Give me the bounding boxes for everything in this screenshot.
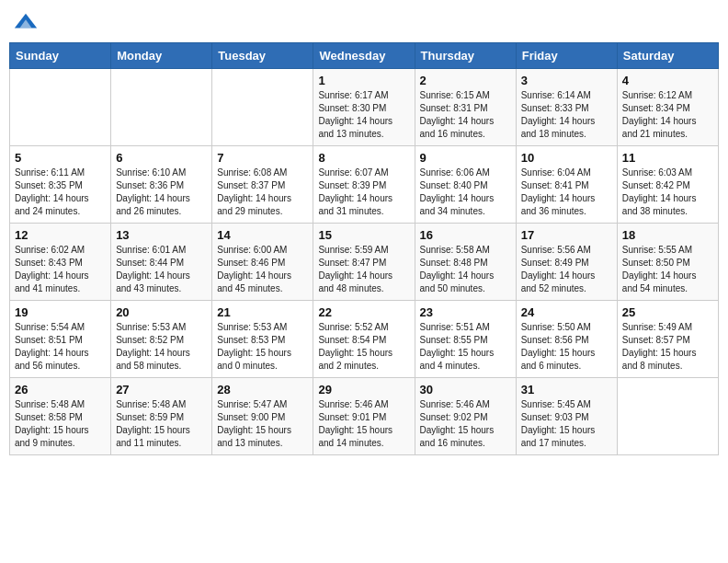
sunset-text: Sunset: 8:42 PM bbox=[622, 179, 713, 192]
calendar-week-row: 1Sunrise: 6:17 AMSunset: 8:30 PMDaylight… bbox=[10, 69, 719, 146]
daylight-text: Daylight: 15 hours and 16 minutes. bbox=[420, 424, 511, 450]
daylight-text: Daylight: 14 hours and 36 minutes. bbox=[521, 192, 612, 218]
day-number: 11 bbox=[622, 151, 713, 165]
sunrise-text: Sunrise: 5:56 AM bbox=[521, 244, 612, 257]
calendar-day-cell: 15Sunrise: 5:59 AMSunset: 8:47 PMDayligh… bbox=[313, 224, 415, 301]
daylight-text: Daylight: 14 hours and 24 minutes. bbox=[15, 192, 106, 218]
sunrise-text: Sunrise: 5:45 AM bbox=[521, 398, 612, 411]
sunset-text: Sunset: 8:34 PM bbox=[622, 102, 713, 115]
calendar-body: 1Sunrise: 6:17 AMSunset: 8:30 PMDaylight… bbox=[10, 69, 719, 455]
sunrise-text: Sunrise: 6:00 AM bbox=[217, 244, 308, 257]
day-number: 7 bbox=[217, 151, 308, 165]
sunset-text: Sunset: 9:02 PM bbox=[420, 411, 511, 424]
daylight-text: Daylight: 14 hours and 16 minutes. bbox=[420, 115, 511, 141]
day-number: 16 bbox=[420, 228, 511, 242]
day-number: 2 bbox=[420, 74, 511, 87]
sunset-text: Sunset: 8:44 PM bbox=[116, 257, 207, 270]
calendar-day-cell: 4Sunrise: 6:12 AMSunset: 8:34 PMDaylight… bbox=[617, 69, 718, 146]
daylight-text: Daylight: 14 hours and 50 minutes. bbox=[420, 270, 511, 295]
day-number: 14 bbox=[217, 228, 308, 242]
sunset-text: Sunset: 8:33 PM bbox=[521, 102, 612, 115]
day-number: 29 bbox=[318, 383, 409, 396]
sunrise-text: Sunrise: 6:06 AM bbox=[420, 167, 511, 179]
day-number: 18 bbox=[622, 228, 713, 242]
calendar-day-cell: 12Sunrise: 6:02 AMSunset: 8:43 PMDayligh… bbox=[10, 224, 111, 301]
day-info: Sunrise: 6:14 AMSunset: 8:33 PMDaylight:… bbox=[521, 89, 612, 141]
calendar-day-cell: 25Sunrise: 5:49 AMSunset: 8:57 PMDayligh… bbox=[617, 301, 718, 378]
calendar-day-cell: 29Sunrise: 5:46 AMSunset: 9:01 PMDayligh… bbox=[313, 378, 415, 455]
sunrise-text: Sunrise: 5:53 AM bbox=[116, 321, 207, 334]
calendar-day-cell: 18Sunrise: 5:55 AMSunset: 8:50 PMDayligh… bbox=[617, 224, 718, 301]
sunrise-text: Sunrise: 6:02 AM bbox=[15, 244, 106, 257]
sunrise-text: Sunrise: 6:04 AM bbox=[521, 167, 612, 179]
sunrise-text: Sunrise: 5:46 AM bbox=[318, 398, 409, 411]
day-info: Sunrise: 5:54 AMSunset: 8:51 PMDaylight:… bbox=[15, 321, 106, 373]
day-info: Sunrise: 5:47 AMSunset: 9:00 PMDaylight:… bbox=[217, 398, 308, 450]
daylight-text: Daylight: 14 hours and 31 minutes. bbox=[318, 192, 409, 218]
daylight-text: Daylight: 14 hours and 52 minutes. bbox=[521, 270, 612, 295]
day-info: Sunrise: 5:45 AMSunset: 9:03 PMDaylight:… bbox=[521, 398, 612, 450]
sunset-text: Sunset: 8:50 PM bbox=[622, 257, 713, 270]
sunset-text: Sunset: 8:51 PM bbox=[15, 334, 106, 347]
daylight-text: Daylight: 15 hours and 13 minutes. bbox=[217, 424, 308, 450]
calendar-day-cell: 14Sunrise: 6:00 AMSunset: 8:46 PMDayligh… bbox=[212, 224, 313, 301]
day-number: 19 bbox=[15, 305, 106, 319]
day-info: Sunrise: 6:17 AMSunset: 8:30 PMDaylight:… bbox=[318, 89, 409, 141]
calendar-day-cell: 9Sunrise: 6:06 AMSunset: 8:40 PMDaylight… bbox=[415, 146, 516, 224]
calendar-day-cell: 7Sunrise: 6:08 AMSunset: 8:37 PMDaylight… bbox=[212, 146, 313, 224]
calendar-day-cell: 2Sunrise: 6:15 AMSunset: 8:31 PMDaylight… bbox=[415, 69, 516, 146]
daylight-text: Daylight: 15 hours and 17 minutes. bbox=[521, 424, 612, 450]
sunrise-text: Sunrise: 5:53 AM bbox=[217, 321, 308, 334]
day-number: 20 bbox=[116, 305, 207, 319]
daylight-text: Daylight: 14 hours and 54 minutes. bbox=[622, 270, 713, 295]
day-number: 26 bbox=[15, 383, 106, 396]
sunset-text: Sunset: 8:39 PM bbox=[318, 179, 409, 192]
daylight-text: Daylight: 14 hours and 45 minutes. bbox=[217, 270, 308, 295]
sunset-text: Sunset: 8:59 PM bbox=[116, 411, 207, 424]
day-info: Sunrise: 5:49 AMSunset: 8:57 PMDaylight:… bbox=[622, 321, 713, 373]
day-info: Sunrise: 6:00 AMSunset: 8:46 PMDaylight:… bbox=[217, 244, 308, 295]
calendar-day-cell: 8Sunrise: 6:07 AMSunset: 8:39 PMDaylight… bbox=[313, 146, 415, 224]
sunrise-text: Sunrise: 6:12 AM bbox=[622, 89, 713, 102]
logo-icon bbox=[13, 9, 39, 35]
day-number: 21 bbox=[217, 305, 308, 319]
day-number: 13 bbox=[116, 228, 207, 242]
day-number: 9 bbox=[420, 151, 511, 165]
sunset-text: Sunset: 8:47 PM bbox=[318, 257, 409, 270]
day-info: Sunrise: 5:56 AMSunset: 8:49 PMDaylight:… bbox=[521, 244, 612, 295]
sunset-text: Sunset: 8:55 PM bbox=[420, 334, 511, 347]
daylight-text: Daylight: 15 hours and 11 minutes. bbox=[116, 424, 207, 450]
sunset-text: Sunset: 8:31 PM bbox=[420, 102, 511, 115]
sunrise-text: Sunrise: 5:52 AM bbox=[318, 321, 409, 334]
daylight-text: Daylight: 15 hours and 2 minutes. bbox=[318, 347, 409, 373]
day-number: 12 bbox=[15, 228, 106, 242]
calendar-week-row: 26Sunrise: 5:48 AMSunset: 8:58 PMDayligh… bbox=[10, 378, 719, 455]
sunrise-text: Sunrise: 6:08 AM bbox=[217, 167, 308, 179]
day-info: Sunrise: 6:07 AMSunset: 8:39 PMDaylight:… bbox=[318, 167, 409, 218]
day-info: Sunrise: 5:53 AMSunset: 8:53 PMDaylight:… bbox=[217, 321, 308, 373]
day-info: Sunrise: 5:53 AMSunset: 8:52 PMDaylight:… bbox=[116, 321, 207, 373]
daylight-text: Daylight: 14 hours and 34 minutes. bbox=[420, 192, 511, 218]
sunset-text: Sunset: 8:52 PM bbox=[116, 334, 207, 347]
weekday-header-cell: Friday bbox=[516, 43, 617, 69]
sunset-text: Sunset: 8:40 PM bbox=[420, 179, 511, 192]
sunset-text: Sunset: 8:37 PM bbox=[217, 179, 308, 192]
daylight-text: Daylight: 14 hours and 29 minutes. bbox=[217, 192, 308, 218]
daylight-text: Daylight: 15 hours and 9 minutes. bbox=[15, 424, 106, 450]
sunset-text: Sunset: 9:03 PM bbox=[521, 411, 612, 424]
logo bbox=[13, 9, 40, 35]
calendar-day-cell: 1Sunrise: 6:17 AMSunset: 8:30 PMDaylight… bbox=[313, 69, 415, 146]
sunrise-text: Sunrise: 6:10 AM bbox=[116, 167, 207, 179]
day-info: Sunrise: 6:12 AMSunset: 8:34 PMDaylight:… bbox=[622, 89, 713, 141]
weekday-header-cell: Wednesday bbox=[313, 43, 415, 69]
day-number: 22 bbox=[318, 305, 409, 319]
weekday-header-cell: Thursday bbox=[415, 43, 516, 69]
day-number: 31 bbox=[521, 383, 612, 396]
calendar-day-cell: 23Sunrise: 5:51 AMSunset: 8:55 PMDayligh… bbox=[415, 301, 516, 378]
sunrise-text: Sunrise: 5:48 AM bbox=[116, 398, 207, 411]
weekday-header-cell: Monday bbox=[111, 43, 212, 69]
day-number: 10 bbox=[521, 151, 612, 165]
day-info: Sunrise: 6:02 AMSunset: 8:43 PMDaylight:… bbox=[15, 244, 106, 295]
weekday-header-cell: Sunday bbox=[10, 43, 111, 69]
day-info: Sunrise: 6:03 AMSunset: 8:42 PMDaylight:… bbox=[622, 167, 713, 218]
